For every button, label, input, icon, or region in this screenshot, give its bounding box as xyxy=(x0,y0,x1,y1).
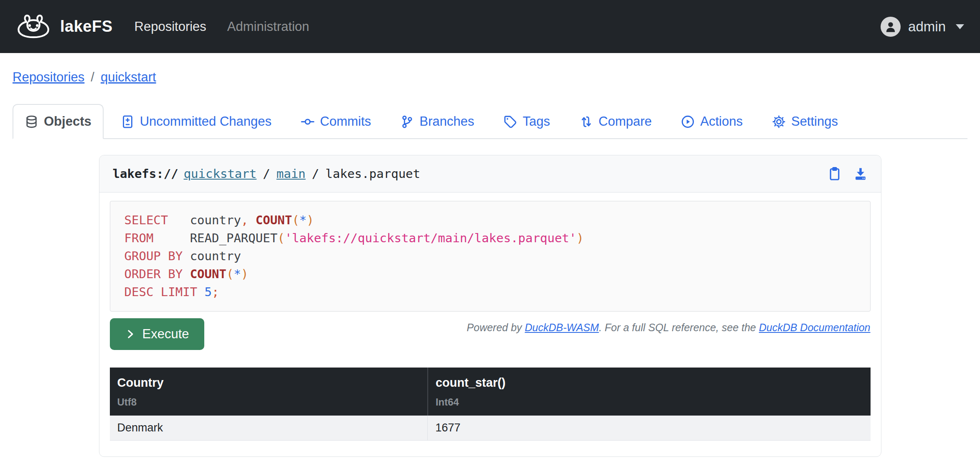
path-branch-link[interactable]: main xyxy=(277,167,306,181)
powered-by-prefix: Powered by xyxy=(467,322,525,333)
execute-row: Execute Powered by DuckDB-WASM. For a fu… xyxy=(110,318,871,350)
sql-line: GROUP BY country xyxy=(124,247,856,265)
column-type: Utf8 xyxy=(117,396,420,408)
tab-settings[interactable]: Settings xyxy=(760,104,850,139)
nav-links: Repositories Administration xyxy=(135,19,310,34)
tab-label: Objects xyxy=(44,114,91,129)
tab-label: Actions xyxy=(700,114,743,129)
tab-tags[interactable]: Tags xyxy=(491,104,562,139)
powered-by-note: Powered by DuckDB-WASM. For a full SQL r… xyxy=(467,322,870,334)
compare-arrows-icon xyxy=(579,115,593,129)
result-row: Denmark1677 xyxy=(110,416,871,441)
nav-link-administration[interactable]: Administration xyxy=(227,19,309,34)
gear-icon xyxy=(772,115,786,129)
tab-label: Commits xyxy=(320,114,371,129)
download-icon xyxy=(853,167,868,181)
powered-by-middle: . For a full SQL reference, see the xyxy=(599,322,759,333)
result-cell: Denmark xyxy=(110,416,428,441)
sql-line: DESC LIMIT 5; xyxy=(124,283,856,301)
top-navbar: lakeFS Repositories Administration admin xyxy=(0,0,980,53)
path-separator: / xyxy=(312,167,319,181)
sql-line: SELECT country, COUNT(*) xyxy=(124,211,856,229)
object-viewer-body: SELECT country, COUNT(*)FROM READ_PARQUE… xyxy=(99,193,881,456)
path-file-name: lakes.parquet xyxy=(325,167,420,181)
tab-label: Compare xyxy=(599,114,652,129)
results-table: CountryUtf8count_star()Int64 Denmark1677 xyxy=(110,368,871,441)
column-header: CountryUtf8 xyxy=(110,368,428,416)
tab-objects[interactable]: Objects xyxy=(13,104,104,139)
column-name: Country xyxy=(117,376,420,390)
play-circle-icon xyxy=(681,115,695,129)
tab-label: Branches xyxy=(419,114,474,129)
tab-uncommitted-changes[interactable]: Uncommitted Changes xyxy=(109,104,284,139)
user-menu[interactable]: admin xyxy=(881,17,964,37)
result-cell: 1677 xyxy=(428,416,871,441)
user-name: admin xyxy=(908,19,946,35)
clipboard-icon xyxy=(828,167,842,181)
brand-title: lakeFS xyxy=(60,18,113,35)
tag-icon xyxy=(503,115,517,129)
sql-line: ORDER BY COUNT(*) xyxy=(124,265,856,283)
avatar xyxy=(881,17,901,37)
tab-branches[interactable]: Branches xyxy=(388,104,486,139)
sql-editor[interactable]: SELECT country, COUNT(*)FROM READ_PARQUE… xyxy=(110,201,871,312)
results-header-row: CountryUtf8count_star()Int64 xyxy=(110,368,871,416)
database-icon xyxy=(25,115,38,129)
duckdb-docs-link[interactable]: DuckDB Documentation xyxy=(759,322,871,333)
breadcrumb-separator: / xyxy=(91,70,94,85)
breadcrumb: Repositories / quickstart xyxy=(13,70,967,85)
execute-button[interactable]: Execute xyxy=(110,318,204,350)
tab-label: Uncommitted Changes xyxy=(140,114,272,129)
object-viewer-card: lakefs:// quickstart / main / lakes.parq… xyxy=(99,155,881,457)
person-icon xyxy=(884,20,898,34)
download-object-button[interactable] xyxy=(853,167,868,181)
chevron-down-icon xyxy=(956,24,964,29)
path-scheme: lakefs:// xyxy=(113,167,178,181)
tab-compare[interactable]: Compare xyxy=(567,104,664,139)
execute-label: Execute xyxy=(142,327,189,342)
column-type: Int64 xyxy=(436,396,863,408)
brand[interactable]: lakeFS xyxy=(16,13,113,40)
results-table-body: Denmark1677 xyxy=(110,416,871,441)
commit-icon xyxy=(301,115,315,129)
tab-actions[interactable]: Actions xyxy=(669,104,755,139)
tab-label: Settings xyxy=(791,114,838,129)
chevron-right-icon xyxy=(125,329,136,340)
tab-label: Tags xyxy=(523,114,550,129)
path-separator: / xyxy=(263,167,270,181)
nav-link-repositories[interactable]: Repositories xyxy=(135,19,206,34)
breadcrumb-repositories[interactable]: Repositories xyxy=(13,70,84,85)
results-table-head: CountryUtf8count_star()Int64 xyxy=(110,368,871,416)
repo-tabs: Objects Uncommitted Changes Commits xyxy=(13,104,967,139)
file-diff-icon xyxy=(121,115,135,129)
branch-icon xyxy=(400,115,414,129)
object-path-header: lakefs:// quickstart / main / lakes.parq… xyxy=(99,155,881,193)
breadcrumb-repo-name[interactable]: quickstart xyxy=(101,70,156,85)
copy-path-button[interactable] xyxy=(828,167,842,181)
column-header: count_star()Int64 xyxy=(428,368,871,416)
object-actions xyxy=(828,167,868,181)
duckdb-wasm-link[interactable]: DuckDB-WASM xyxy=(525,322,599,333)
column-name: count_star() xyxy=(436,376,863,390)
tab-commits[interactable]: Commits xyxy=(289,104,383,139)
lakefs-axolotl-logo-icon xyxy=(16,13,51,40)
sql-line: FROM READ_PARQUET('lakefs://quickstart/m… xyxy=(124,229,856,247)
path-repo-link[interactable]: quickstart xyxy=(184,167,257,181)
